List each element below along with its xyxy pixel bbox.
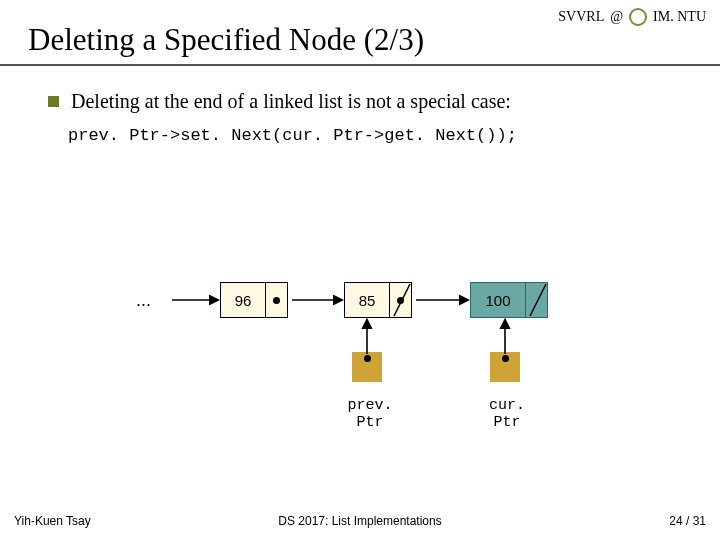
node-96-ptrcell (266, 282, 288, 318)
dot-icon (397, 297, 404, 304)
bullet-row: Deleting at the end of a linked list is … (48, 90, 511, 113)
dot-icon (364, 355, 371, 362)
ellipsis: ... (136, 290, 151, 311)
dot-icon (273, 297, 280, 304)
footer-course: DS 2017: List Implementations (0, 514, 720, 528)
node-100-value: 100 (470, 282, 526, 318)
lab-name: SVVRL (558, 9, 604, 25)
diagram-arrows (0, 0, 720, 540)
slide: SVVRL @ IM. NTU Deleting a Specified Nod… (0, 0, 720, 540)
bullet-text: Deleting at the end of a linked list is … (71, 90, 511, 113)
cur-ptr-label: cur. Ptr (472, 397, 542, 431)
node-85-ptrcell (390, 282, 412, 318)
ntu-logo-icon (629, 8, 647, 26)
header-sep: @ (610, 9, 623, 25)
org-name: IM. NTU (653, 9, 706, 25)
node-100-ptrcell (526, 282, 548, 318)
node-96-value: 96 (220, 282, 266, 318)
code-line: prev. Ptr->set. Next(cur. Ptr->get. Next… (68, 126, 517, 145)
node-85-value: 85 (344, 282, 390, 318)
node-96: 96 (220, 282, 288, 318)
dot-icon (502, 355, 509, 362)
bullet-icon (48, 96, 59, 107)
prev-ptr-box (352, 352, 382, 382)
cur-ptr-box (490, 352, 520, 382)
footer-page: 24 / 31 (669, 514, 706, 528)
node-85: 85 (344, 282, 412, 318)
slide-title: Deleting a Specified Node (2/3) (28, 22, 424, 58)
node-100: 100 (470, 282, 548, 318)
header-right: SVVRL @ IM. NTU (558, 8, 706, 26)
prev-ptr-label: prev. Ptr (330, 397, 410, 431)
title-rule (0, 64, 720, 66)
